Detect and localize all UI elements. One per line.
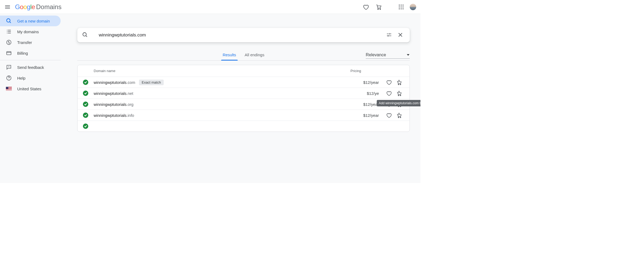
logo[interactable]: Google Domains	[15, 3, 61, 11]
divider	[0, 60, 61, 60]
available-check-icon	[83, 91, 88, 96]
domain-search-box	[77, 28, 410, 42]
domain-search-input[interactable]	[99, 32, 382, 38]
table-row[interactable]: winningwptutorials.org $12/year	[78, 99, 409, 110]
apps-grid-icon	[398, 4, 404, 10]
table-row[interactable]: winningwptutorials.info $12/year	[78, 110, 409, 121]
svg-point-11	[7, 19, 10, 22]
svg-point-17	[400, 84, 401, 85]
table-row[interactable]	[78, 121, 409, 132]
search-icon	[82, 32, 88, 39]
sidebar-item-my-domains[interactable]: My domains	[0, 26, 61, 37]
sidebar-item-country[interactable]: United States	[0, 83, 61, 94]
sidebar-item-feedback[interactable]: Send feedback	[0, 62, 61, 73]
sidebar-item-label: United States	[17, 87, 41, 91]
tune-icon	[386, 32, 392, 38]
add-to-cart-button[interactable]	[395, 89, 403, 97]
apps-button[interactable]	[396, 2, 407, 12]
clear-button[interactable]	[396, 30, 405, 40]
list-icon	[5, 28, 12, 35]
menu-button[interactable]	[3, 3, 12, 11]
product-name: Domains	[36, 3, 61, 11]
table-row[interactable]: winningwptutorials.net $12/ye	[78, 88, 409, 99]
account-avatar[interactable]	[410, 4, 416, 10]
cart-button[interactable]	[373, 2, 384, 12]
add-cart-icon	[396, 90, 402, 96]
svg-point-16	[398, 84, 399, 85]
domain-name-text: winningwptutorials.com	[94, 80, 135, 85]
favorites-button[interactable]	[360, 2, 371, 12]
heart-icon	[386, 112, 392, 118]
svg-point-8	[399, 8, 400, 9]
tab-all-endings[interactable]: All endings	[240, 50, 269, 60]
hamburger-icon	[4, 4, 11, 10]
svg-point-5	[399, 6, 400, 8]
exact-match-badge: Exact match	[139, 80, 164, 85]
svg-point-15	[83, 32, 86, 36]
available-check-icon	[83, 124, 88, 129]
domain-name-text: winningwptutorials.org	[94, 102, 133, 107]
search-icon	[5, 17, 12, 24]
svg-point-19	[400, 95, 401, 96]
sidebar-item-billing[interactable]: Billing	[0, 48, 61, 58]
google-logo: Google	[15, 3, 35, 11]
sort-dropdown[interactable]: Relevance	[366, 51, 410, 59]
filter-button[interactable]	[385, 30, 394, 40]
table-row[interactable]: winningwptutorials.com Exact match $12/y…	[78, 77, 409, 88]
domain-name-text: winningwptutorials.info	[94, 113, 134, 118]
svg-rect-13	[7, 52, 11, 55]
available-check-icon	[83, 102, 88, 107]
sidebar-item-label: My domains	[17, 29, 39, 34]
sidebar: Get a new domain My domains Transfer Bil…	[0, 14, 61, 183]
sidebar-item-label: Get a new domain	[17, 19, 50, 23]
svg-point-0	[378, 9, 379, 9]
sidebar-item-label: Billing	[17, 51, 28, 55]
svg-point-7	[402, 6, 404, 8]
credit-card-icon	[5, 50, 12, 57]
add-cart-icon	[396, 112, 402, 118]
add-cart-icon	[396, 79, 402, 85]
us-flag-icon	[5, 85, 12, 92]
heart-icon	[386, 90, 392, 96]
add-to-cart-button[interactable]	[395, 111, 403, 119]
results-table: Domain name Pricing winningwptutorials.c…	[77, 65, 410, 132]
cart-icon	[375, 4, 382, 10]
price-text: $12/year	[363, 80, 379, 85]
heart-icon	[386, 79, 392, 85]
dropdown-arrow-icon	[407, 53, 410, 57]
sidebar-item-get-domain[interactable]: Get a new domain	[0, 16, 61, 26]
column-pricing: Pricing	[350, 69, 409, 73]
svg-point-23	[400, 117, 401, 118]
favorite-button[interactable]	[385, 78, 393, 86]
sidebar-item-help[interactable]: Help	[0, 73, 61, 83]
svg-point-3	[401, 5, 402, 6]
tab-results[interactable]: Results	[218, 50, 240, 60]
price-text: $12/year	[363, 113, 379, 118]
feedback-icon	[5, 64, 12, 71]
favorite-button[interactable]	[385, 89, 393, 97]
svg-point-9	[401, 8, 402, 9]
sidebar-item-transfer[interactable]: Transfer	[0, 37, 61, 48]
favorite-button[interactable]	[385, 111, 393, 119]
transfer-icon	[5, 39, 12, 46]
sidebar-item-label: Transfer	[17, 40, 32, 45]
svg-point-2	[399, 5, 400, 6]
available-check-icon	[83, 113, 88, 118]
price-text: $12/ye	[367, 91, 379, 96]
heart-icon	[363, 4, 369, 10]
add-to-cart-button[interactable]	[395, 78, 403, 86]
help-icon	[5, 74, 12, 81]
svg-point-12	[7, 40, 11, 45]
available-check-icon	[83, 80, 88, 85]
svg-point-1	[380, 9, 381, 9]
sidebar-item-label: Send feedback	[17, 65, 44, 70]
svg-point-4	[402, 5, 404, 6]
add-to-cart-tooltip: Add winningwptutorials.com to cart	[377, 100, 420, 106]
column-domain-name: Domain name	[78, 69, 350, 73]
sidebar-item-label: Help	[17, 76, 25, 80]
svg-point-22	[398, 117, 399, 118]
svg-point-18	[398, 95, 399, 96]
sort-label: Relevance	[366, 53, 386, 57]
close-icon	[397, 32, 403, 38]
svg-point-6	[401, 6, 402, 8]
